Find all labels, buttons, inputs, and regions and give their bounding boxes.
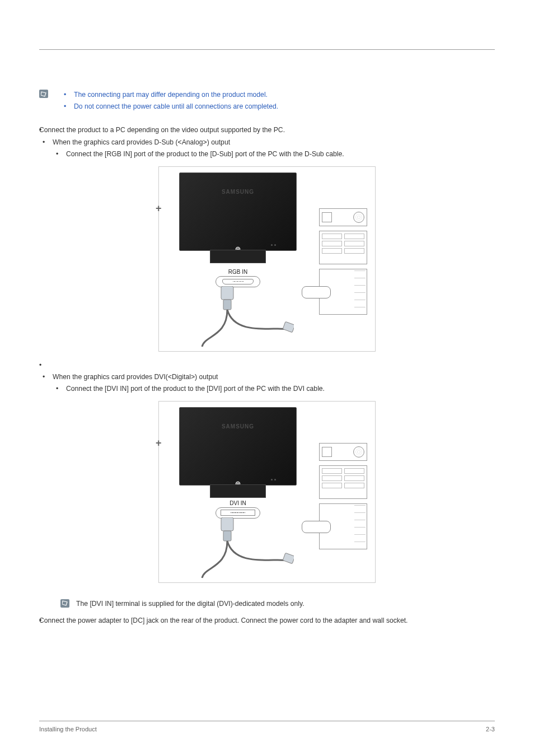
- pc-column: [318, 443, 368, 549]
- monitor-brand: SAMSUNG: [180, 423, 296, 430]
- pc-top-panel: [319, 208, 367, 226]
- body-text: When the graphics card provides D-Sub (<…: [53, 138, 230, 146]
- plus-mark: +: [156, 203, 162, 214]
- body-text: When the graphics card provides DVI(<Dig…: [53, 373, 218, 381]
- footer-left: Installing the Product: [39, 726, 97, 732]
- body-item: Connect the product to a PC depending on…: [39, 124, 495, 160]
- figure-box: + SAMSUNG RGB IN: [158, 166, 376, 352]
- zoom-panel: [210, 484, 266, 498]
- page-footer: Installing the Product 2-3: [39, 721, 495, 732]
- fan-icon: [353, 212, 364, 223]
- svg-rect-5: [283, 553, 294, 563]
- svg-rect-3: [221, 517, 233, 531]
- body-list-3: Connect the power adapter to [DC] jack o…: [39, 615, 495, 627]
- port-rgb-in: [216, 276, 260, 287]
- footer-right: 2-3: [486, 726, 495, 732]
- port-dvi-in: [216, 507, 260, 519]
- body-item: When the graphics card provides DVI(<Dig…: [39, 371, 495, 395]
- monitor-brand: SAMSUNG: [180, 189, 296, 195]
- top-rule: [39, 49, 495, 50]
- svg-rect-1: [223, 300, 231, 310]
- body-text: Connect the [DVI IN] port of the product…: [66, 385, 325, 393]
- body-sublist: Connect the [RGB IN] port of the product…: [53, 148, 495, 160]
- body-sublist: Connect the [DVI IN] port of the product…: [53, 383, 495, 395]
- pc-io-panel: [319, 231, 367, 264]
- footer-rule: [39, 721, 495, 721]
- monitor-frame: SAMSUNG: [179, 407, 297, 486]
- svg-rect-4: [223, 531, 231, 541]
- body-item: Connect the [DVI IN] port of the product…: [53, 383, 495, 395]
- figure-dvi: + SAMSUNG DVI IN: [39, 401, 495, 583]
- body-item: Connect the [RGB IN] port of the product…: [53, 148, 495, 160]
- body-item-wrap: . When the graphics card provides DVI(<D…: [39, 360, 495, 395]
- dsub-shape: [222, 279, 254, 284]
- note-text: The [DVI IN] terminal is supplied for th…: [76, 599, 305, 610]
- monitor-column: + SAMSUNG DVI IN: [166, 407, 310, 579]
- body-sublist: When the graphics card provides DVI(<Dig…: [39, 371, 495, 395]
- pc-dsub-port: [302, 286, 331, 298]
- page: The connecting part may differ depending…: [0, 0, 534, 756]
- svg-rect-0: [221, 286, 233, 300]
- body-text: Connect the power adapter to [DC] jack o…: [39, 617, 408, 624]
- monitor-frame: SAMSUNG: [179, 172, 297, 251]
- body-item: When the graphics card provides D-Sub (<…: [39, 137, 495, 161]
- monitor-dots: [271, 244, 276, 246]
- pc-column: [318, 208, 368, 315]
- note-list: The connecting part may differ depending…: [64, 89, 278, 112]
- pc-gpu-panel: [319, 503, 367, 549]
- note-item: Do not connect the power cable until all…: [64, 101, 278, 113]
- plus-mark: +: [156, 437, 162, 449]
- note-block-top: The connecting part may differ depending…: [39, 89, 495, 112]
- monitor-column: + SAMSUNG RGB IN: [166, 172, 310, 348]
- port-label-rgb: RGB IN: [228, 269, 247, 275]
- body-sublist: When the graphics card provides D-Sub (<…: [39, 137, 495, 161]
- note-item: The connecting part may differ depending…: [64, 89, 278, 101]
- pc-dvi-port: [302, 521, 331, 533]
- body-list-2: . When the graphics card provides DVI(<D…: [39, 360, 495, 395]
- body-item: Connect the power adapter to [DC] jack o…: [39, 615, 495, 627]
- dvi-shape: [221, 510, 255, 516]
- pc-top-panel: [319, 443, 367, 461]
- body-list: Connect the product to a PC depending on…: [39, 124, 495, 160]
- body-text: Connect the product to a PC depending on…: [39, 126, 285, 134]
- fan-icon: [353, 446, 364, 458]
- svg-rect-2: [283, 321, 294, 332]
- figure-box: + SAMSUNG DVI IN: [158, 401, 376, 583]
- note-icon: [39, 90, 48, 98]
- monitor-dots: [271, 479, 276, 480]
- figure-rgb: + SAMSUNG RGB IN: [39, 166, 495, 352]
- cable-svg: [182, 517, 294, 579]
- pc-gpu-panel: [319, 269, 367, 315]
- pc-io-panel: [319, 465, 367, 499]
- body-text: Connect the [RGB IN] port of the product…: [66, 150, 344, 158]
- port-label-dvi: DVI IN: [229, 500, 246, 506]
- cable-svg: [182, 286, 294, 348]
- zoom-panel: [210, 250, 266, 263]
- note-icon: [60, 599, 69, 608]
- note-block-dvi: The [DVI IN] terminal is supplied for th…: [60, 599, 495, 610]
